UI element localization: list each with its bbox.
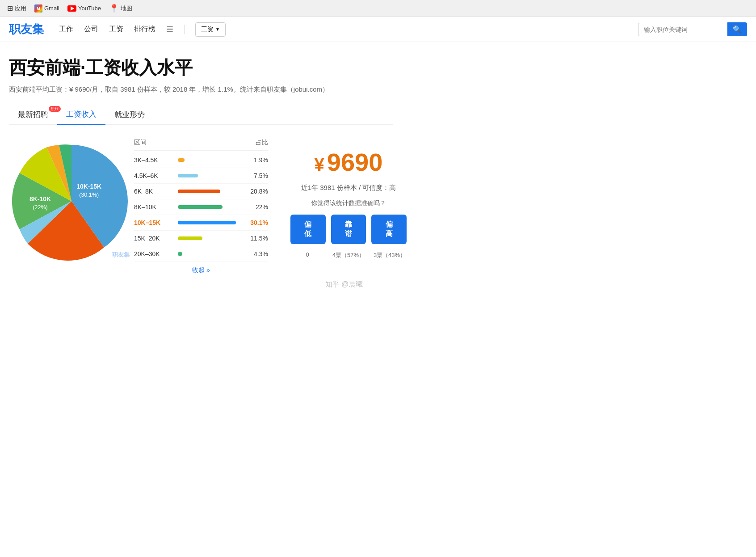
maps-label: 地图 [121, 4, 132, 13]
vote-reliable: 4票（57%） [331, 251, 366, 259]
youtube-label: YouTube [78, 5, 101, 12]
salary-meta: 近1年 3981 份样本 / 可信度：高 [301, 184, 396, 192]
bar-cell-4 [174, 221, 241, 224]
currency-symbol: ¥ [315, 155, 324, 175]
pie-chart-container: 10K-15K (30.1%) 8K-10K (22%) 职友集 [9, 139, 134, 265]
tabs-bar: 最新招聘 99+ 工资收入 就业形势 [9, 105, 393, 125]
site-nav: 职友集 工作 公司 工资 排行榜 ☰ 工资 ▼ 🔍 [0, 17, 756, 42]
nav-ranking[interactable]: 排行榜 [134, 25, 155, 34]
vote-reliable-count: 4票（57%） [331, 251, 366, 259]
tab-employment-label: 就业形势 [114, 110, 145, 119]
tab-latest-jobs[interactable]: 最新招聘 99+ [9, 105, 57, 124]
zhihu-watermark: 知乎 @晨曦 [325, 280, 372, 289]
legend-header-range: 区间 [134, 139, 147, 147]
pct-4: 30.1% [241, 219, 268, 226]
legend-header: 区间 占比 [134, 139, 268, 151]
page-title: 西安前端·工资收入水平 [9, 55, 393, 80]
pct-5: 11.5% [241, 235, 268, 242]
legend-row-3: 8K–10K 22% [134, 199, 268, 215]
tab-employment[interactable]: 就业形势 [105, 105, 154, 124]
pct-6: 4.3% [241, 250, 268, 257]
chart-stats-row: 10K-15K (30.1%) 8K-10K (22%) 职友集 区间 占比 3… [9, 139, 393, 298]
legend-row-0: 3K–4.5K 1.9% [134, 152, 268, 168]
range-label-2: 6K–8K [134, 188, 174, 195]
bar-1 [178, 174, 198, 177]
salary-display: ¥ 9690 [315, 148, 383, 177]
legend-row-5: 15K–20K 11.5% [134, 231, 268, 246]
bar-6 [178, 252, 182, 256]
rating-votes: 0 4票（57%） 3票（43%） [290, 251, 407, 259]
pct-3: 22% [241, 203, 268, 211]
bar-cell-1 [174, 174, 241, 177]
bar-cell-3 [174, 205, 241, 209]
maps-link[interactable]: 📍 地图 [109, 4, 132, 13]
vote-low-count: 0 [290, 251, 325, 258]
tab-salary-label: 工资收入 [66, 110, 97, 118]
bar-cell-0 [174, 158, 241, 162]
rate-low-button[interactable]: 偏低 [290, 215, 326, 244]
pie-label-10k-15k: 10K-15K [76, 183, 101, 190]
page-subtitle: 西安前端平均工资：¥ 9690/月，取自 3981 份样本，较 2018 年，增… [9, 85, 393, 94]
apps-grid-icon: ⊞ [7, 4, 13, 13]
search-button[interactable]: 🔍 [727, 22, 747, 36]
gmail-label: Gmail [44, 5, 59, 12]
nav-divider [184, 25, 185, 34]
browser-toolbar: ⊞ 应用 M Gmail YouTube 📍 地图 [0, 0, 756, 17]
tab-salary[interactable]: 工资收入 [57, 105, 105, 125]
pct-2: 20.8% [241, 188, 268, 195]
rate-high-button[interactable]: 偏高 [371, 215, 407, 244]
legend-row-4: 10K–15K 30.1% [134, 215, 268, 231]
youtube-icon [67, 5, 76, 12]
bar-cell-6 [174, 252, 241, 256]
bar-3 [178, 205, 223, 209]
stats-panel: ¥ 9690 近1年 3981 份样本 / 可信度：高 你觉得该统计数据准确吗？… [277, 139, 420, 298]
range-label-0: 3K–4.5K [134, 156, 174, 164]
apps-label: 应用 [15, 4, 26, 13]
nav-search-area: 🔍 [638, 22, 747, 36]
legend-header-pct: 占比 [256, 139, 268, 147]
gmail-link[interactable]: M Gmail [34, 4, 59, 13]
range-label-5: 15K–20K [134, 235, 174, 242]
pie-label-10k-15k-pct: (30.1%) [79, 192, 99, 198]
search-input[interactable] [638, 23, 727, 36]
range-label-3: 8K–10K [134, 203, 174, 211]
legend-row-1: 4.5K–6K 7.5% [134, 168, 268, 184]
pie-label-8k-10k-pct: (22%) [33, 204, 48, 211]
vote-low: 0 [290, 251, 325, 259]
collapse-link[interactable]: 收起 » [134, 262, 268, 279]
nav-company[interactable]: 公司 [84, 25, 98, 34]
apps-menu[interactable]: ⊞ 应用 [7, 4, 26, 13]
main-content: 西安前端·工资收入水平 西安前端平均工资：¥ 9690/月，取自 3981 份样… [0, 42, 402, 307]
bar-2 [178, 190, 220, 193]
vote-high: 3票（43%） [372, 251, 407, 259]
range-label-6: 20K–30K [134, 250, 174, 257]
legend-row-6: 20K–30K 4.3% [134, 246, 268, 262]
nav-salary[interactable]: 工资 [109, 25, 123, 34]
nav-salary-dropdown[interactable]: 工资 ▼ [195, 22, 226, 37]
gmail-icon: M [34, 4, 42, 13]
vote-high-count: 3票（43%） [372, 251, 407, 259]
pie-label-8k-10k: 8K-10K [29, 195, 51, 203]
tab-latest-jobs-label: 最新招聘 [18, 110, 48, 119]
pct-0: 1.9% [241, 156, 268, 164]
rate-reliable-button[interactable]: 靠谱 [331, 215, 366, 244]
youtube-link[interactable]: YouTube [67, 5, 101, 12]
range-label-1: 4.5K–6K [134, 172, 174, 179]
legend-table: 区间 占比 3K–4.5K 1.9% 4.5K–6K 7.5% 6K–8K [134, 139, 268, 279]
bar-4 [178, 221, 236, 224]
range-label-4: 10K–15K [134, 219, 174, 226]
pct-1: 7.5% [241, 172, 268, 179]
chevron-down-icon: ▼ [215, 27, 220, 32]
rating-buttons: 偏低 靠谱 偏高 [290, 215, 407, 244]
pie-chart: 10K-15K (30.1%) 8K-10K (22%) [9, 139, 134, 264]
salary-amount: 9690 [327, 148, 383, 177]
bar-5 [178, 236, 202, 240]
rating-question: 你觉得该统计数据准确吗？ [311, 199, 386, 207]
nav-menu-icon[interactable]: ☰ [166, 25, 173, 34]
chart-watermark: 职友集 [112, 251, 130, 259]
maps-icon: 📍 [109, 4, 119, 13]
nav-work[interactable]: 工作 [59, 25, 73, 34]
bar-0 [178, 158, 185, 162]
nav-dropdown-label: 工资 [201, 25, 214, 34]
site-logo[interactable]: 职友集 [9, 21, 44, 37]
